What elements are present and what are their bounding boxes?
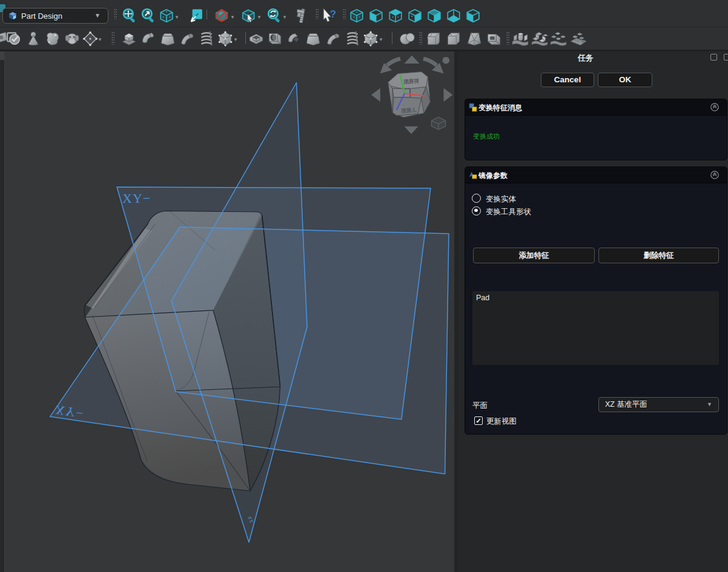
svg-text:XY−: XY− xyxy=(122,191,151,206)
